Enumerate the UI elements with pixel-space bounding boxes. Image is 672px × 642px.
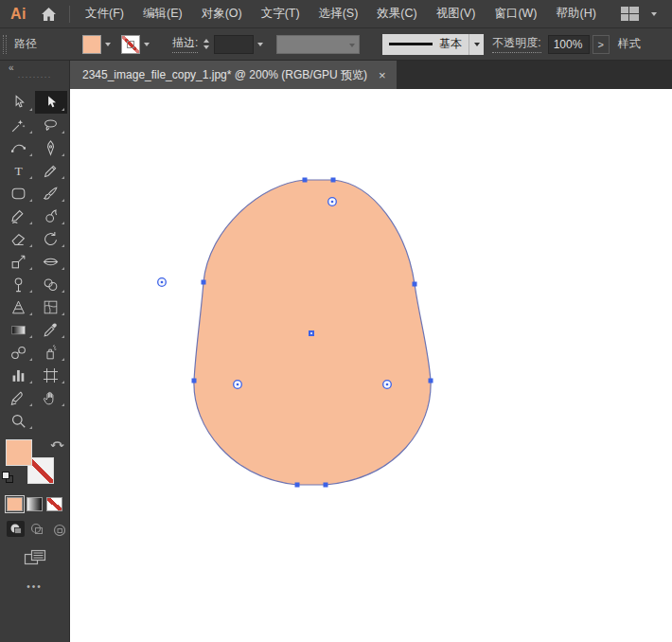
menu-item-3[interactable]: 对象(O) bbox=[192, 0, 252, 28]
brush-stroke-preview bbox=[389, 43, 433, 45]
eyedropper-tool[interactable] bbox=[35, 318, 67, 341]
symbol-sprayer-tool-icon bbox=[42, 344, 60, 362]
eraser-tool[interactable] bbox=[3, 227, 35, 250]
selection-tool[interactable] bbox=[3, 91, 35, 114]
stroke-weight-field[interactable] bbox=[214, 35, 254, 54]
change-screen-mode-button[interactable] bbox=[0, 549, 70, 567]
blend-tool[interactable] bbox=[3, 341, 35, 364]
artboard-tool[interactable] bbox=[35, 364, 67, 386]
panel-drag-handle[interactable]: ········· bbox=[0, 75, 69, 82]
brush-definition-label: 基本 bbox=[439, 36, 462, 52]
shape-builder-tool[interactable] bbox=[35, 273, 67, 295]
draw-inside-button[interactable] bbox=[48, 521, 66, 537]
menu-item-7[interactable]: 视图(V) bbox=[427, 0, 486, 28]
selection-tool-icon bbox=[9, 94, 27, 112]
column-graph-tool[interactable] bbox=[3, 364, 35, 386]
mesh-tool-icon bbox=[42, 298, 60, 316]
mesh-tool[interactable] bbox=[35, 295, 67, 318]
type-tool[interactable]: T bbox=[3, 159, 35, 182]
default-fill-stroke-icon[interactable] bbox=[2, 472, 14, 484]
anchor-point[interactable] bbox=[324, 483, 328, 488]
slice-tool[interactable] bbox=[3, 386, 35, 409]
stroke-color-dropdown-icon[interactable] bbox=[140, 35, 153, 54]
vector-shape-layer[interactable] bbox=[70, 89, 672, 642]
symbol-sprayer-tool[interactable] bbox=[35, 341, 67, 364]
anchor-point[interactable] bbox=[331, 178, 336, 183]
menu-item-4[interactable]: 文字(T) bbox=[252, 0, 309, 28]
menu-item-1[interactable]: 文件(F) bbox=[76, 0, 133, 28]
edit-toolbar-button[interactable]: ••• bbox=[0, 581, 69, 592]
workspace-switcher[interactable] bbox=[621, 5, 661, 24]
zoom-tool[interactable] bbox=[3, 409, 35, 432]
artboard-canvas[interactable] bbox=[70, 89, 672, 642]
gradient-button[interactable] bbox=[27, 497, 43, 511]
anchor-widget[interactable] bbox=[158, 278, 167, 287]
rotate-tool[interactable] bbox=[35, 227, 67, 250]
menu-item-5[interactable]: 选择(S) bbox=[309, 0, 368, 28]
lasso-tool[interactable] bbox=[35, 114, 67, 136]
opacity-label[interactable]: 不透明度: bbox=[492, 35, 540, 53]
swap-fill-stroke-icon[interactable] bbox=[50, 437, 64, 451]
anchor-point[interactable] bbox=[192, 379, 197, 383]
anchor-point[interactable] bbox=[429, 379, 433, 383]
style-label: 样式 bbox=[618, 36, 641, 52]
control-bar: 路径 描边: 基本 不透明度: 100% > 样式 bbox=[0, 28, 672, 61]
width-tool[interactable] bbox=[35, 250, 67, 273]
anchor-point[interactable] bbox=[202, 280, 206, 285]
anchor-point[interactable] bbox=[303, 178, 308, 183]
opacity-more-button[interactable]: > bbox=[592, 35, 610, 54]
brush-definition-dropdown[interactable]: 基本 bbox=[382, 34, 469, 55]
anchor-widget[interactable] bbox=[328, 198, 337, 206]
color-button[interactable] bbox=[7, 497, 23, 511]
close-tab-icon[interactable]: × bbox=[379, 69, 386, 81]
scale-tool[interactable] bbox=[3, 250, 35, 273]
hand-tool[interactable] bbox=[35, 386, 67, 409]
menu-item-8[interactable]: 窗口(W) bbox=[485, 0, 546, 28]
anchor-widget[interactable] bbox=[383, 381, 392, 389]
paintbrush-tool[interactable] bbox=[35, 182, 67, 205]
draw-normal-button[interactable] bbox=[7, 521, 25, 537]
anchor-point[interactable] bbox=[413, 282, 417, 287]
pencil-tool-icon bbox=[42, 162, 60, 180]
blob-brush-tool[interactable] bbox=[35, 205, 67, 227]
fill-proxy[interactable] bbox=[6, 439, 32, 466]
anchor-widget[interactable] bbox=[234, 381, 242, 389]
width-profile-dropdown[interactable] bbox=[276, 35, 360, 54]
tools-panel: « ········· T ••• bbox=[0, 61, 70, 642]
puppet-warp-tool[interactable] bbox=[3, 273, 35, 295]
perspective-grid-tool[interactable] bbox=[3, 295, 35, 318]
direct-selection-tool[interactable] bbox=[35, 91, 67, 114]
stroke-weight-stepper[interactable] bbox=[203, 39, 209, 49]
shaper-tool[interactable] bbox=[3, 205, 35, 227]
control-bar-grip[interactable] bbox=[3, 35, 7, 54]
stroke-weight-dropdown-icon[interactable] bbox=[254, 35, 267, 54]
opacity-field[interactable]: 100% bbox=[548, 35, 590, 54]
workspace-layout-icon bbox=[621, 7, 640, 22]
menu-item-9[interactable]: 帮助(H) bbox=[547, 0, 606, 28]
anchor-point[interactable] bbox=[295, 483, 300, 488]
collapse-panel-button[interactable]: « bbox=[0, 61, 69, 75]
paint-type-buttons bbox=[0, 489, 69, 511]
draw-behind-button[interactable] bbox=[27, 521, 45, 537]
magic-wand-tool[interactable] bbox=[3, 114, 35, 136]
home-button[interactable] bbox=[35, 0, 62, 28]
fill-color-dropdown-icon[interactable] bbox=[101, 35, 115, 54]
selection-type-label: 路径 bbox=[14, 36, 37, 52]
chevron-down-icon bbox=[647, 5, 661, 24]
brush-dropdown-icon[interactable] bbox=[469, 34, 484, 55]
curvature-tool[interactable] bbox=[3, 136, 35, 159]
stroke-color-swatch[interactable] bbox=[121, 35, 140, 54]
gradient-tool[interactable] bbox=[3, 318, 35, 341]
menu-item-6[interactable]: 效果(C) bbox=[367, 0, 426, 28]
menu-item-2[interactable]: 编辑(E) bbox=[133, 0, 192, 28]
gradient-tool-icon bbox=[9, 321, 27, 339]
lasso-tool-icon bbox=[42, 116, 60, 134]
pen-tool[interactable] bbox=[35, 136, 67, 159]
none-button[interactable] bbox=[46, 497, 62, 511]
fill-color-swatch[interactable] bbox=[82, 35, 101, 54]
document-tab[interactable]: 2345_image_file_copy_1.jpg* @ 200% (RGB/… bbox=[70, 61, 397, 89]
rectangle-tool[interactable] bbox=[3, 182, 35, 205]
pencil-tool[interactable] bbox=[35, 159, 67, 182]
stroke-weight-label[interactable]: 描边: bbox=[172, 35, 198, 53]
menu-items: 文件(F)编辑(E)对象(O)文字(T)选择(S)效果(C)视图(V)窗口(W)… bbox=[76, 0, 606, 28]
